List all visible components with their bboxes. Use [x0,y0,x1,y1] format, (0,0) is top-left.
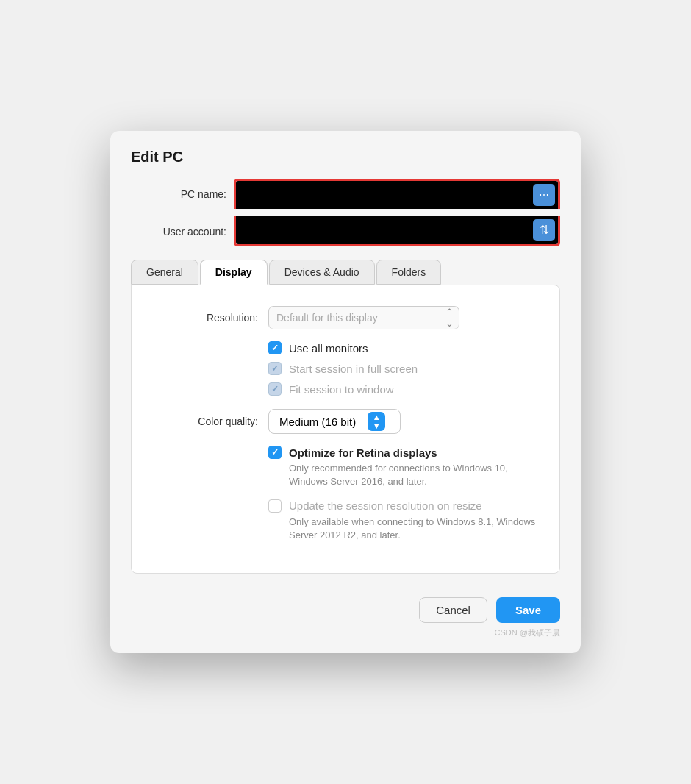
dialog-title: Edit PC [131,149,560,165]
optimize-retina-label: Optimize for Retina displays [289,446,437,459]
use-all-monitors-checkbox[interactable]: ✓ [268,341,282,354]
color-quality-select-wrapper[interactable]: Medium (16 bit) ▲ ▼ [268,409,401,434]
resolution-row: Resolution: Default for this display ⌃⌄ [155,306,536,329]
color-quality-dropdown[interactable]: Medium (16 bit) ▲ ▼ [268,409,401,434]
stepper-down-icon: ▼ [373,421,381,430]
checkmark-icon: ✓ [271,343,279,353]
user-account-stepper-button[interactable]: ⇅ [533,219,555,241]
optimize-retina-description: Only recommended for connections to Wind… [289,462,536,488]
tab-folders[interactable]: Folders [376,260,442,285]
color-quality-value: Medium (16 bit) [279,416,356,428]
dialog-footer: Cancel Save [131,588,560,623]
optimize-retina-checkbox[interactable]: ✓ [268,446,282,459]
fit-session-row: ✓ Fit session to window [268,382,536,396]
checkmark-dim-icon: ✓ [271,363,279,374]
tabs-bar: General Display Devices & Audio Folders [131,260,560,285]
pc-name-input[interactable] [236,181,533,209]
edit-pc-dialog: Edit PC PC name: ⋯ User account: ⇅ [110,131,581,653]
update-session-description: Only available when connecting to Window… [289,516,536,542]
save-button[interactable]: Save [496,597,560,623]
fit-session-label: Fit session to window [289,383,394,396]
color-quality-stepper[interactable]: ▲ ▼ [368,412,385,431]
color-quality-label: Color quality: [155,416,258,427]
resolution-select[interactable]: Default for this display [268,306,459,329]
start-fullscreen-checkbox[interactable]: ✓ [268,362,282,375]
cancel-button[interactable]: Cancel [419,597,487,623]
optimize-retina-row: ✓ Optimize for Retina displays [268,446,536,459]
pc-name-label: PC name: [131,188,226,200]
user-account-input[interactable] [236,216,533,244]
pc-name-picker-button[interactable]: ⋯ [533,184,555,206]
start-fullscreen-row: ✓ Start session in full screen [268,362,536,375]
update-session-checkbox[interactable] [268,499,282,513]
checkmark-dim2-icon: ✓ [271,384,279,394]
optimize-retina-section: ✓ Optimize for Retina displays Only reco… [268,446,536,542]
tab-devices-audio[interactable]: Devices & Audio [269,260,375,285]
watermark: CSDN @我硕子晨 [131,627,560,638]
retina-checkmark-icon: ✓ [271,447,279,457]
update-session-row: Update the session resolution on resize [268,499,536,513]
stepper-up-icon: ▲ [373,413,381,421]
start-fullscreen-label: Start session in full screen [289,363,418,375]
display-panel: Resolution: Default for this display ⌃⌄ … [131,285,560,574]
fit-session-checkbox[interactable]: ✓ [268,382,282,396]
use-all-monitors-row: ✓ Use all monitors [268,341,536,354]
user-account-label: User account: [131,226,226,238]
color-quality-row: Color quality: Medium (16 bit) ▲ ▼ [155,409,536,434]
update-session-label: Update the session resolution on resize [289,499,482,512]
tab-general[interactable]: General [131,260,198,285]
use-all-monitors-label: Use all monitors [289,342,368,354]
resolution-label: Resolution: [155,312,258,324]
resolution-select-wrapper[interactable]: Default for this display ⌃⌄ [268,306,459,329]
tab-display[interactable]: Display [200,260,268,285]
